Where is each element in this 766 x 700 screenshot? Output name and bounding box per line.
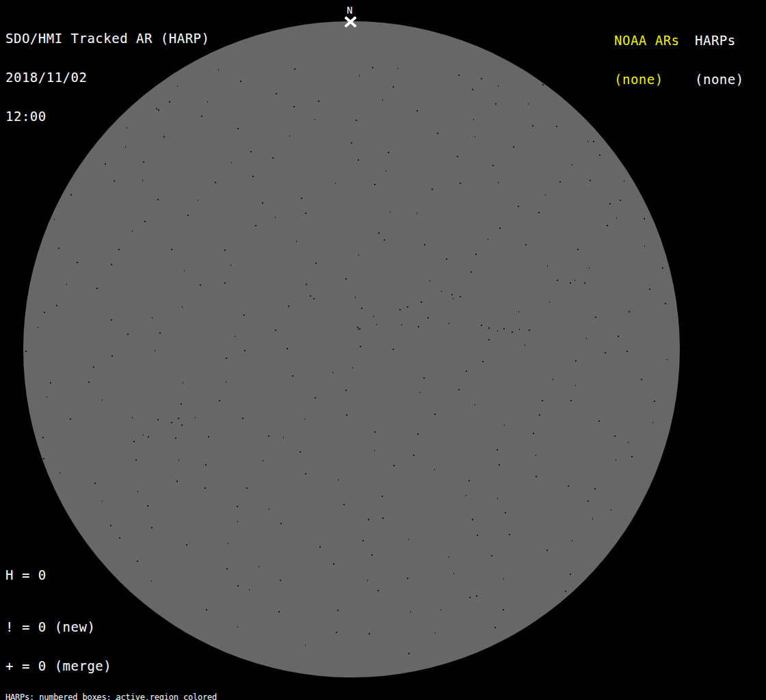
legend-item-merge: + = 0 (merge) [5, 660, 161, 673]
harp-total-count: H = 0 [5, 569, 47, 582]
footer-line-harps: HARPs: numbered boxes; active region col… [5, 693, 284, 700]
noaa-ars-value: (none) [614, 73, 680, 86]
harps-status-block: HARPs (none) [695, 8, 744, 112]
plot-date: 2018/11/02 [5, 71, 209, 84]
plot-title: SDO/HMI Tracked AR (HARP) [5, 32, 209, 45]
noaa-status-block: NOAA ARs (none) [614, 8, 680, 112]
north-cross-marker [345, 16, 356, 27]
title-block: SDO/HMI Tracked AR (HARP) 2018/11/02 12:… [5, 6, 209, 149]
north-label: N [347, 5, 352, 15]
plot-time: 12:00 [5, 110, 209, 123]
footer-notes: HARPs: numbered boxes; active region col… [5, 677, 284, 700]
harps-label: HARPs [695, 34, 744, 47]
noaa-ars-label: NOAA ARs [614, 34, 680, 47]
harp-plot-screen: SDO/HMI Tracked AR (HARP) 2018/11/02 12:… [0, 0, 766, 700]
harps-value: (none) [695, 73, 744, 86]
legend-item-new: ! = 0 (new) [5, 621, 161, 634]
